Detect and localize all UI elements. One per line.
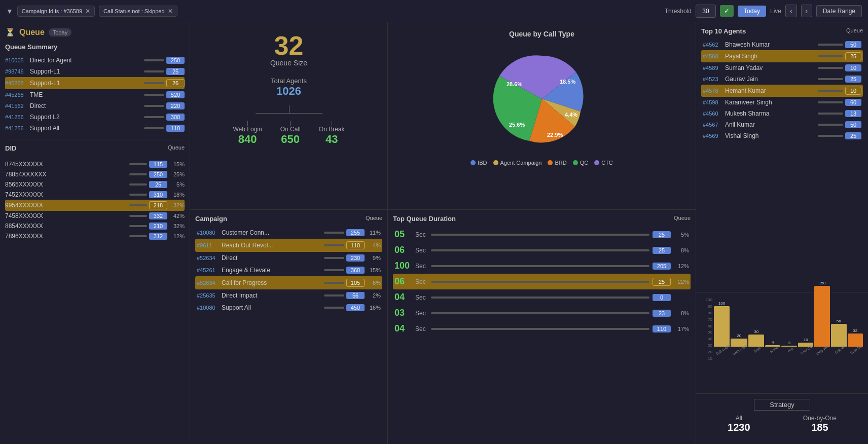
bar-item: 3 Any [781, 341, 797, 361]
strategy-all-value: 1230 [728, 422, 750, 433]
campaign-row[interactable]: #52634 Call for Progress 105 6% [195, 276, 382, 289]
bar [144, 105, 164, 107]
agent-row[interactable]: #4598 Karamveer Singh 60 [701, 97, 863, 108]
did-row[interactable]: 9954XXXXXX 218 32% [5, 200, 185, 211]
next-button[interactable]: › [801, 5, 812, 17]
bar [324, 244, 344, 246]
agent-row[interactable]: #4578 Hemant Kumar 10 [701, 85, 863, 97]
strategy-one-label: One-by-One [803, 415, 837, 422]
hourglass-icon: ⏳ [5, 27, 15, 37]
total-agents-box: Total Agents 1026 [271, 77, 307, 98]
on-call-label: On Call [280, 126, 301, 133]
filter-campaign-close[interactable]: ✕ [85, 8, 90, 15]
duration-row[interactable]: 04 Sec 0 [393, 289, 691, 305]
queue-row[interactable]: #41256 Support All 110 [5, 123, 185, 134]
bar [324, 257, 344, 259]
agent-row[interactable]: #4562 Bhawesh Kumar 50 [701, 39, 863, 50]
pie-chart-svg: 18.5% 4.4% 22.9% 25.6% 28.6% [481, 43, 603, 155]
svg-text:25.6%: 25.6% [509, 122, 525, 128]
branch-line [233, 105, 345, 121]
prev-button[interactable]: ‹ [785, 5, 797, 17]
agent-row[interactable]: #4567 Anil Kumar 50 [701, 119, 863, 130]
campaign-row[interactable]: #52634 Direct 230 9% [195, 252, 382, 264]
campaign-row[interactable]: #45261 Engage & Elevate 360 15% [195, 264, 382, 276]
agents-queue-label: Queue [846, 27, 863, 35]
svg-text:28.6%: 28.6% [507, 81, 522, 87]
queue-row[interactable]: #45268 Support-L1 26 [5, 77, 185, 89]
bar [431, 312, 649, 314]
bar [818, 113, 843, 115]
bar [431, 265, 649, 267]
bar [431, 249, 649, 251]
did-row[interactable]: 7458XXXXXX 332 42% [5, 211, 185, 221]
did-row[interactable]: 7452XXXXXX 310 18% [5, 190, 185, 200]
bar-item: 150 Only Web [814, 281, 830, 361]
did-row[interactable]: 8745XXXXXX 115 15% [5, 159, 185, 169]
web-login-stat: Web Login 840 [233, 121, 262, 146]
queue-row[interactable]: #41256 Support L2 300 [5, 112, 185, 123]
agent-row[interactable]: #4560 Mukesh Sharma 13 [701, 108, 863, 119]
on-break-value: 43 [319, 133, 345, 146]
today-button[interactable]: Today [738, 6, 766, 17]
did-row[interactable]: 8854XXXXXX 210 32% [5, 221, 185, 231]
queue-row[interactable]: #45268 TME 520 [5, 89, 185, 100]
on-call-stat: On Call 650 [280, 121, 301, 146]
agent-row[interactable]: #4523 Gaurav Jain 25 [701, 73, 863, 85]
threshold-label: Threshold [665, 8, 692, 15]
bar [129, 183, 147, 186]
check-button[interactable]: ✓ [720, 5, 734, 17]
bar [129, 163, 147, 165]
agent-row[interactable]: #4589 Suman Yadav 10 [701, 62, 863, 73]
filter-campaign-label: Campaign Id is : #36589 [22, 8, 82, 14]
web-login-label: Web Login [233, 126, 262, 133]
bar [144, 82, 164, 84]
ibd-label: IBD [478, 160, 487, 166]
bar-fill [714, 306, 730, 347]
did-row[interactable]: 7896XXXXXX 312 12% [5, 231, 185, 241]
campaign-row[interactable]: #9611 Reach Out Revol... 110 4% [195, 239, 382, 252]
duration-row[interactable]: 03 Sec 23 8% [393, 305, 691, 321]
today-badge: Today [49, 28, 71, 36]
bar-chart-wrapper: 100 90 80 70 60 50 40 30 20 10 100 Call … [701, 298, 863, 376]
bar [324, 294, 344, 297]
strategy-title-wrapper: Strategy [701, 399, 863, 411]
queue-size-label: Queue Size [270, 59, 307, 67]
filter-callstatus-close[interactable]: ✕ [168, 8, 173, 15]
duration-row[interactable]: 05 Sec 25 5% [393, 227, 691, 242]
queue-row[interactable]: #41562 Direct 220 [5, 100, 185, 112]
queue-row[interactable]: #98746 Support-L1 25 [5, 66, 185, 77]
campaign-row[interactable]: #10080 Support All 450 16% [195, 302, 382, 314]
did-row[interactable]: 78854XXXXXX 250 25% [5, 169, 185, 179]
campaign-row[interactable]: #10080 Customer Conn... 255 11% [195, 227, 382, 239]
filter-icon[interactable]: ▼ [6, 7, 13, 15]
filter-callstatus-tag: Call Status not : Skipped ✕ [99, 6, 177, 17]
agent-row[interactable]: #4568 Payal Singh 25 [701, 50, 863, 62]
date-range-button[interactable]: Date Range [816, 5, 862, 17]
right-panel: Top 10 Agents Queue #4562 Bhawesh Kumar … [696, 22, 868, 444]
brd-label: BRD [555, 160, 566, 166]
svg-text:4.4%: 4.4% [565, 112, 577, 118]
campaign-panel: Campaign Queue #10080 Customer Conn... 2… [190, 210, 388, 444]
bar [129, 194, 147, 196]
agent-rows: #4562 Bhawesh Kumar 50 #4568 Payal Singh… [701, 39, 863, 141]
agents-breakdown-wrapper: Web Login 840 On Call 650 [200, 105, 377, 146]
duration-row[interactable]: 06 Sec 25 22% [393, 274, 691, 289]
duration-table-header: Top Queue Duration Queue [393, 215, 691, 223]
duration-row[interactable]: 100 Sec 205 12% [393, 258, 691, 274]
did-title: DID [5, 144, 16, 152]
duration-panel: Top Queue Duration Queue 05 Sec 25 5% 06… [388, 210, 696, 444]
queue-rows: #10005 Direct for Agent 250 #98746 Suppo… [5, 55, 185, 134]
bar-fill [831, 324, 846, 347]
svg-text:18.5%: 18.5% [560, 79, 575, 85]
on-break-stat: On Break 43 [319, 121, 345, 146]
bar-item: 10 Only Call [798, 338, 813, 361]
agent-row[interactable]: #4569 Vishal Singh 25 [701, 130, 863, 141]
threshold-input[interactable] [696, 5, 716, 18]
bar [144, 116, 164, 118]
campaign-row[interactable]: #25635 Direct Impact 56 2% [195, 289, 382, 302]
queue-row[interactable]: #10005 Direct for Agent 250 [5, 55, 185, 66]
agent-campaign-dot [493, 160, 498, 165]
duration-row[interactable]: 04 Sec 110 17% [393, 321, 691, 337]
did-row[interactable]: 8565XXXXXX 25 5% [5, 179, 185, 190]
duration-row[interactable]: 06 Sec 25 8% [393, 242, 691, 258]
